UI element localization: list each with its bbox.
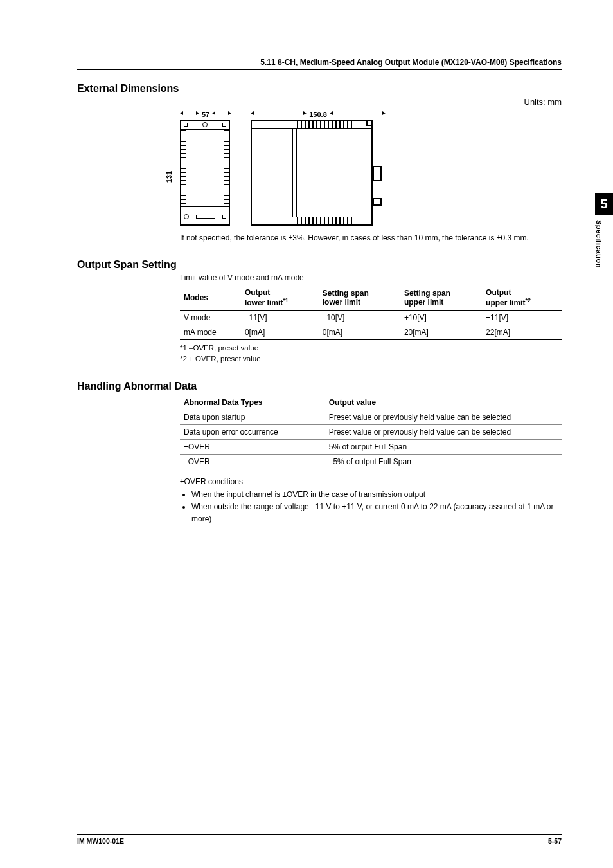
- footer-doc-id: IM MW100-01E: [77, 837, 124, 845]
- dimensions-block: Units: mm 57 131 150.8: [180, 97, 562, 244]
- span-block: Limit value of V mode and mA mode Modes …: [180, 273, 562, 365]
- table-row: V mode –11[V] –10[V] +10[V] +11[V]: [180, 311, 562, 325]
- dimension-diagram: 57 131 150.8: [180, 111, 562, 226]
- span-th-modes: Modes: [180, 285, 241, 311]
- module-front-view: 57 131: [180, 111, 231, 226]
- table-row: +OVER5% of output Full Span: [180, 439, 562, 454]
- span-intro: Limit value of V mode and mA mode: [180, 273, 562, 282]
- abn-th-type: Abnormal Data Types: [180, 395, 325, 410]
- page-footer: IM MW100-01E 5-57: [77, 834, 562, 845]
- over-conditions-heading: ±OVER conditions: [180, 477, 562, 486]
- dim-width-side: 150.8: [309, 111, 327, 118]
- section-header-text: 5.11 8-CH, Medium-Speed Analog Output Mo…: [260, 58, 562, 67]
- footer-page-number: 5-57: [548, 837, 562, 845]
- section-header: 5.11 8-CH, Medium-Speed Analog Output Mo…: [77, 58, 562, 70]
- tolerance-note: If not specified, the tolerance is ±3%. …: [180, 232, 562, 244]
- table-row: Data upon error occurrencePreset value o…: [180, 424, 562, 439]
- span-th-setlow: Setting spanlower limit: [319, 285, 400, 311]
- abn-th-value: Output value: [325, 395, 562, 410]
- chapter-number: 5: [595, 193, 613, 215]
- over-conditions-list: When the input channel is ±OVER in the c…: [191, 489, 562, 526]
- span-table: Modes Output lower limit*1 Setting spanl…: [180, 285, 562, 340]
- table-row: mA mode 0[mA] 0[mA] 20[mA] 22[mA]: [180, 325, 562, 340]
- span-footnotes: *1 –OVER, preset value *2 + OVER, preset…: [180, 343, 562, 365]
- heading-abnormal: Handling Abnormal Data: [77, 381, 562, 392]
- footnote-1: *1 –OVER, preset value: [180, 343, 562, 354]
- chapter-label: Specification: [595, 220, 603, 268]
- span-th-outlow: Output lower limit*1: [241, 285, 319, 311]
- span-th-setup: Setting spanupper limit: [400, 285, 482, 311]
- list-item: When the input channel is ±OVER in the c…: [191, 489, 562, 501]
- list-item: When outside the range of voltage –11 V …: [191, 501, 562, 525]
- dim-width-front: 57: [202, 111, 209, 118]
- abnormal-table: Abnormal Data Types Output value Data up…: [180, 395, 562, 469]
- heading-output-span: Output Span Setting: [77, 259, 562, 271]
- module-side-view: 150.8: [251, 111, 386, 226]
- chapter-tab: 5 Specification: [595, 193, 613, 268]
- heading-external-dimensions: External Dimensions: [77, 83, 562, 95]
- dim-height: 131: [165, 170, 173, 182]
- table-row: –OVER–5% of output Full Span: [180, 454, 562, 469]
- abnormal-block: Abnormal Data Types Output value Data up…: [180, 395, 562, 526]
- footnote-2: *2 + OVER, preset value: [180, 354, 562, 365]
- table-row: Data upon startupPreset value or previou…: [180, 410, 562, 424]
- units-label: Units: mm: [180, 97, 562, 107]
- span-th-outup: Output upper limit*2: [482, 285, 562, 311]
